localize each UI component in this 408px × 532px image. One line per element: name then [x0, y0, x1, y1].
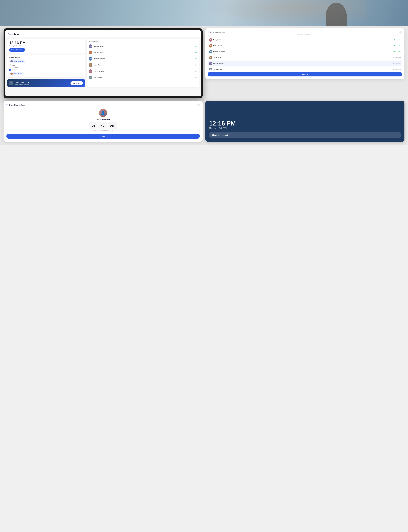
- avatar-clark: CH: [89, 44, 93, 48]
- avatar-jason: JT: [89, 63, 93, 67]
- client-chip-name-2: Simon Rogers: [13, 73, 22, 74]
- modal-status-simon: At the center: [393, 45, 401, 47]
- task-checkbox-shower[interactable]: [9, 64, 11, 66]
- tasks-section: Tasks due today Clark Henderson Shower: [7, 55, 85, 77]
- modal-client-info-roberto: RH Roberto Hendricks: [209, 50, 225, 53]
- dark-checkin-button[interactable]: Client check in/out →: [209, 132, 401, 138]
- status-text-sophia: Inactive: [193, 77, 197, 78]
- modal-client-name-simon: Simon Rogers: [213, 45, 222, 47]
- dcl-arrow-icon: →: [80, 82, 81, 84]
- modal-status-text-sophia: Unavailable: [395, 69, 401, 70]
- client-row-sophia[interactable]: SB Sophia Brown Inactive: [87, 74, 199, 81]
- hero-section: [0, 0, 408, 26]
- task-label-shower: Shower: [12, 64, 16, 66]
- time-hour-box[interactable]: 09: [89, 122, 98, 129]
- client-chip-2: Simon Rogers: [9, 72, 24, 76]
- status-sophia: Inactive: [192, 77, 197, 78]
- client-row-emily[interactable]: ER Emily Rodriguez Inactive: [87, 68, 199, 74]
- avatar-roberto: RH: [89, 57, 93, 61]
- tablet-device: Dashboard 12:16 PM Monday 19 Feb 2024 Cl…: [4, 28, 203, 98]
- done-button[interactable]: Done: [6, 134, 200, 139]
- status-dot-emily: [192, 71, 192, 72]
- modal-client-roberto[interactable]: RH Roberto Hendricks At the center: [208, 49, 402, 55]
- dark-arrow-icon: →: [396, 134, 398, 136]
- task-list: Shower Nail Clipping ✓ Toileted: [9, 64, 83, 71]
- modal-status-dot-sophia: [393, 69, 394, 70]
- dcl-subtitle: Report activities for clients: [15, 84, 29, 85]
- status-text-clark: Active: [194, 46, 197, 47]
- time-hint: select to change the time of check-in: [6, 130, 200, 131]
- dashboard-title: Dashboard: [8, 33, 21, 35]
- client-name-jason: Jason Turner: [94, 64, 102, 66]
- task-checkbox-toileted[interactable]: ✓: [9, 69, 11, 71]
- client-info-jason: JT Jason Turner: [89, 63, 102, 67]
- task-label-toileted: Toileted: [12, 69, 16, 70]
- task-label-nailclipping: Nail Clipping: [12, 67, 19, 68]
- status-jason: Inactive: [192, 64, 197, 66]
- modal-avatar-roberto: RH: [209, 50, 212, 53]
- client-info-sophia: SB Sophia Brown: [89, 76, 102, 79]
- modal-status-emily: At the center: [393, 39, 401, 41]
- client-row-roberto[interactable]: RH Roberto Hendricks Active: [87, 56, 199, 62]
- open-dcl-button[interactable]: OPEN DCL →: [70, 81, 83, 85]
- modal-status-sophia: Unavailable: [393, 69, 401, 70]
- client-chip-1: Clark Henderson: [9, 60, 25, 63]
- client-chip-name-1: Clark Henderson: [13, 61, 24, 62]
- modal-title-row: ♡ Purehealth Clients: [208, 31, 225, 33]
- status-text-jason: Inactive: [193, 64, 197, 66]
- status-dot-simon: [193, 52, 193, 53]
- dark-date-display: Monday 19 Feb 2024: [209, 127, 401, 129]
- modal-client-simon[interactable]: SR Simon Rogers At the center: [208, 43, 402, 49]
- client-row-clark[interactable]: CH Clark Henderson Active: [87, 43, 199, 49]
- task-checkbox-nailclipping[interactable]: [9, 67, 11, 68]
- modal-status-dot-emily: [393, 40, 394, 40]
- monitor-icon: 🖥: [10, 82, 12, 84]
- time-picker-row: 09 40 AM: [6, 122, 200, 129]
- checkin-user-name: Clark Henderson: [6, 118, 200, 120]
- status-emily: Inactive: [192, 71, 197, 72]
- dashboard-content: 12:16 PM Monday 19 Feb 2024 Client check…: [5, 37, 201, 89]
- modal-status-text-jason: Unavailable: [395, 57, 401, 58]
- modal-client-clark[interactable]: CH Clark Henderson Unavailable: [208, 61, 402, 66]
- tablet-screen: Dashboard 12:16 PM Monday 19 Feb 2024 Cl…: [5, 30, 201, 96]
- client-info-simon: SR Simon Rogers: [89, 51, 102, 54]
- client-info-clark: CH Clark Henderson: [89, 44, 104, 48]
- status-simon: Active: [193, 52, 197, 53]
- modal-client-name-emily: Emily Rodriguez: [213, 39, 224, 41]
- client-row-simon[interactable]: SR Simon Rogers Active: [87, 49, 199, 56]
- modal-status-clark: Unavailable: [393, 63, 401, 64]
- dark-checkin-label: Client check in/out: [212, 134, 228, 136]
- client-row-jason[interactable]: JT Jason Turner Inactive: [87, 62, 199, 68]
- purehealth-modal-subtitle: Select your client to check-in: [208, 34, 402, 35]
- client-list: CH Clark Henderson Active SR Sim: [87, 43, 199, 81]
- status-dot-sophia: [192, 77, 192, 78]
- modal-status-dot-jason: [393, 57, 394, 58]
- task-item-nailclipping: Nail Clipping: [9, 66, 83, 69]
- avatar-simon: SR: [89, 51, 93, 54]
- purehealth-close-button[interactable]: ✕: [399, 31, 402, 34]
- checkin-modal-close-button[interactable]: ✕: [197, 104, 200, 106]
- arrow-icon: →: [22, 49, 23, 51]
- purehealth-modal-title: Purehealth Clients: [210, 31, 225, 33]
- dcl-text: Daily Care Logs Report activities for cl…: [15, 81, 29, 85]
- time-card: 12:16 PM Monday 19 Feb 2024 Client check…: [7, 39, 85, 53]
- time-period-box[interactable]: AM: [108, 122, 117, 129]
- date-display: Monday 19 Feb 2024: [9, 45, 83, 47]
- modal-status-text-clark: Unavailable: [395, 63, 401, 64]
- time-minute-box[interactable]: 40: [98, 122, 107, 129]
- modal-client-jason[interactable]: JT Jason Turner Unavailable: [208, 55, 402, 61]
- user-avatar-image: 👤: [99, 109, 107, 117]
- dcl-icon-wrap: 🖥: [9, 81, 13, 85]
- modal-client-info-simon: SR Simon Rogers: [209, 44, 222, 47]
- checkin-time-modal: ♡ Client Check-in time ✕ 👤 Clark Henders…: [4, 101, 203, 142]
- client-avatar-1: [10, 60, 13, 62]
- client-info-emily: ER Emily Rodriguez: [89, 69, 104, 73]
- left-panel: 12:16 PM Monday 19 Feb 2024 Client check…: [5, 37, 87, 89]
- purehealth-checkin-button[interactable]: Check-in: [208, 72, 402, 77]
- modal-avatar-simon: SR: [209, 44, 212, 47]
- modal-client-emily[interactable]: ER Emily Rodriguez At the center: [208, 37, 402, 43]
- modal-avatar-clark: CH: [209, 62, 212, 65]
- purehealth-modal: ♡ Purehealth Clients ✕ Select your clien…: [205, 28, 404, 79]
- checkin-button[interactable]: Client check-in →: [9, 48, 25, 52]
- modal-client-sophia[interactable]: SB Sophia Brown Unavailable: [208, 67, 402, 70]
